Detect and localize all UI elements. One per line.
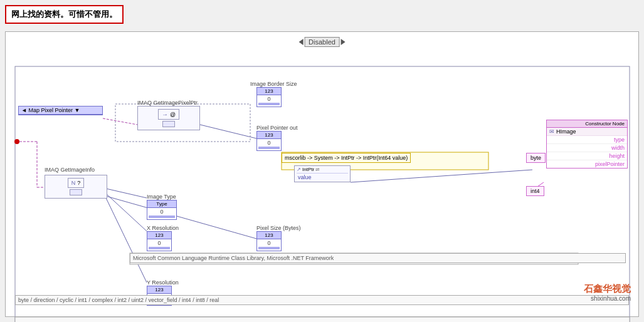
himage-label: HImage <box>556 128 576 135</box>
constructor-pixelpointer-row: pixelPointer <box>547 160 627 168</box>
imaq-getpixelptr-label: IMAQ GetImagePixelPtr <box>137 100 198 106</box>
image-type-label: Image Type <box>147 194 176 200</box>
x-resolution-numbox: 123 0 <box>147 231 172 251</box>
imaq-inner-box2 <box>162 121 175 127</box>
disabled-toggle[interactable]: Disabled <box>298 37 346 47</box>
num-box-val-2: 0 <box>257 139 281 147</box>
map-pixel-pointer-node[interactable]: ◄ Map Pixel Pointer ▼ <box>18 106 103 115</box>
pixel-pointer-out-label: Pixel Pointer out <box>256 125 298 131</box>
annotation-box: 网上找的资料。可惜不管用。 <box>5 5 124 24</box>
arrow-left-icon <box>298 39 303 45</box>
question-mark: ? <box>77 180 80 186</box>
intptr-arrows: ⇌ <box>315 167 320 172</box>
constructor-header: Constructor Node <box>547 120 627 128</box>
n-icon: N <box>71 180 76 186</box>
y-resolution-label: Y Resolution <box>147 279 179 286</box>
watermark: 石鑫华视觉 shixinhua.com <box>584 283 631 303</box>
constructor-title: Constructor Node <box>585 121 625 127</box>
annotation-text: 网上找的资料。可惜不管用。 <box>11 9 117 19</box>
yres-box-title: 123 <box>147 286 171 294</box>
imaq-getimageinfo-inner: N ? <box>68 178 85 188</box>
intptr-node[interactable]: ↗ IntPtr ⇌ value <box>294 165 351 182</box>
constructor-type-row: type <box>547 136 627 144</box>
mscorlib-label: mscorlib -> System -> IntPtr -> IntPtr(I… <box>285 155 408 161</box>
himage-row: ✉ HImage <box>547 128 627 136</box>
watermark-cn: 石鑫华视觉 <box>584 283 631 295</box>
disabled-label: Disabled <box>304 37 340 47</box>
intptr-icon: ↗ <box>297 167 301 172</box>
imaq-getpixelptr-inner: → @ <box>158 109 179 120</box>
byte-direction-text-box: byte / direction / cyclic / int1 / compl… <box>15 295 629 305</box>
int4-box: int4 <box>526 186 544 196</box>
svg-line-0 <box>103 118 137 125</box>
svg-line-1 <box>200 125 256 138</box>
watermark-url: shixinhua.com <box>584 294 631 303</box>
int4-label: int4 <box>531 188 540 194</box>
himage-icon: ✉ <box>549 128 554 135</box>
svg-line-3 <box>106 194 147 231</box>
imaq-getpixelptr-node[interactable]: → @ <box>137 106 200 130</box>
image-border-size-label: Image Border Size <box>250 81 297 87</box>
pixel-pointer-out-numbox: 123 0 <box>256 131 282 151</box>
imaq-inner-box3 <box>70 189 82 195</box>
map-pixel-pointer-label: ◄ Map Pixel Pointer ▼ <box>21 107 80 113</box>
svg-line-2 <box>106 189 147 198</box>
type-box-title: Type <box>147 200 176 208</box>
ms-clr-text-box: Microsoft Common Language Runtime Class … <box>130 253 626 263</box>
map-pixel-pointer-header: ◄ Map Pixel Pointer ▼ <box>19 106 102 115</box>
num-box-val: 0 <box>257 95 281 103</box>
imaq-getimageinfo-label: IMAQ GetImageInfo <box>45 167 95 173</box>
svg-line-5 <box>106 196 256 239</box>
psb-box-title: 123 <box>257 232 281 239</box>
byte-box: byte <box>526 153 546 163</box>
byte-label: byte <box>531 155 541 161</box>
constructor-pixelpointer-label: pixelPointer <box>595 161 625 167</box>
psb-box-bar <box>258 247 280 249</box>
arrow-icon: → <box>162 111 168 118</box>
svg-line-6 <box>351 170 532 182</box>
intptr-header: ↗ IntPtr ⇌ <box>297 167 348 174</box>
imaq-getimageinfo-node[interactable]: N ? <box>45 175 107 199</box>
mscorlib-box: mscorlib -> System -> IntPtr -> IntPtr(I… <box>282 153 411 163</box>
image-type-numbox: Type 0 <box>147 200 177 220</box>
pixel-size-bytes-label: Pixel Size (Bytes) <box>256 225 301 231</box>
image-border-size-numbox: 123 0 <box>256 87 282 107</box>
constructor-height-row: height <box>547 152 627 160</box>
type-box-val: 0 <box>147 208 176 216</box>
xres-box-bar <box>149 247 170 249</box>
num-box-title-123: 123 <box>257 88 281 95</box>
constructor-node[interactable]: Constructor Node ✉ HImage type width hei… <box>546 120 628 169</box>
byte-direction-text: byte / direction / cyclic / int1 / compl… <box>18 297 219 303</box>
svg-point-14 <box>14 139 19 144</box>
psb-box-val: 0 <box>257 239 281 247</box>
num-box-title-2: 123 <box>257 132 281 139</box>
type-box-bar <box>149 216 175 218</box>
x-resolution-label: X Resolution <box>147 225 179 231</box>
xres-box-val: 0 <box>147 239 171 247</box>
intptr-value-label: value <box>297 174 348 181</box>
constructor-type-label: type <box>614 137 625 143</box>
at-sign: @ <box>170 112 176 118</box>
pixel-size-bytes-numbox: 123 0 <box>256 231 282 251</box>
svg-rect-12 <box>15 317 630 322</box>
xres-box-title: 123 <box>147 232 171 239</box>
num-box-bar-2 <box>258 147 280 149</box>
ms-clr-text: Microsoft Common Language Runtime Class … <box>133 255 334 261</box>
arrow-right-icon <box>341 39 346 45</box>
num-box-bar <box>258 103 280 105</box>
constructor-width-row: width <box>547 144 627 152</box>
diagram-area: Disabled Im <box>5 31 639 317</box>
constructor-width-label: width <box>611 145 625 151</box>
constructor-height-label: height <box>609 153 625 159</box>
svg-line-4 <box>106 198 147 283</box>
intptr-label: IntPtr <box>302 167 314 172</box>
